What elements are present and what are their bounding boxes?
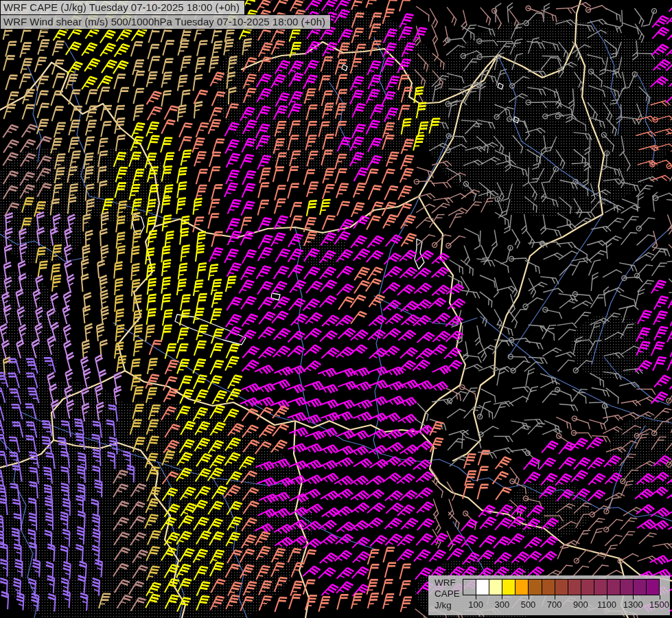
wind-barb-map-canvas	[0, 0, 672, 618]
legend-tick-label: 1100	[597, 599, 616, 610]
legend-color-cell	[607, 579, 621, 595]
legend-label-cape: CAPE	[435, 588, 460, 599]
legend-tick-label: 1500	[649, 599, 669, 610]
legend-tick-label: 500	[521, 599, 536, 610]
legend-color-cell	[555, 579, 568, 595]
legend-color-cell	[568, 579, 581, 595]
legend-color-cell	[581, 579, 594, 595]
legend-color-cell	[515, 579, 529, 595]
title-line-wind-shear: WRF Wind shear (m/s) 500/1000hPa Tuesday…	[0, 14, 331, 30]
weather-map-screen: WRF CAPE (J/kg) Tuesday 07-10-2025 18:00…	[0, 0, 672, 618]
legend-color-cell	[646, 579, 660, 595]
legend-tick-label: 700	[547, 599, 562, 610]
legend-tick-label: 100	[468, 599, 483, 610]
legend-color-cell	[633, 579, 647, 595]
legend-color-bar	[463, 579, 660, 595]
legend-tick-label: 1300	[623, 599, 643, 610]
legend-color-cell	[476, 579, 489, 595]
legend-tick-label: 300	[494, 599, 509, 610]
legend-color-cell	[489, 579, 502, 595]
cape-legend: WRF CAPE J/kg 10030050070090011001300150…	[428, 575, 670, 615]
legend-label-wrf: WRF	[435, 577, 456, 588]
legend-tick-label: 900	[573, 599, 588, 610]
title-line-cape: WRF CAPE (J/kg) Tuesday 07-10-2025 18:00…	[0, 0, 245, 15]
legend-color-cell	[463, 579, 476, 595]
legend-color-cell	[528, 579, 542, 595]
legend-color-cell	[542, 579, 555, 595]
legend-color-cell	[594, 579, 607, 595]
legend-label-unit: J/kg	[435, 600, 452, 611]
legend-color-cell	[620, 579, 634, 595]
title-bar: WRF CAPE (J/kg) Tuesday 07-10-2025 18:00…	[0, 0, 331, 30]
legend-color-cell	[502, 579, 515, 595]
